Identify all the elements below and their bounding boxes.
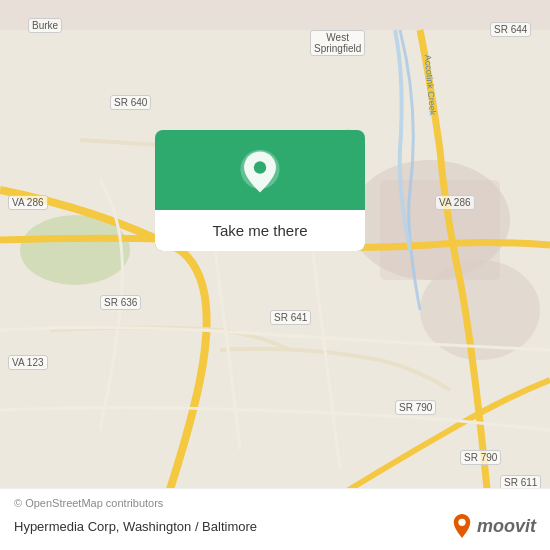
sr641-label: SR 641 xyxy=(270,310,311,325)
svg-point-7 xyxy=(458,519,465,526)
sr790-bottom-label: SR 790 xyxy=(395,400,436,415)
take-me-there-button[interactable]: Take me there xyxy=(155,210,365,251)
svg-point-6 xyxy=(254,161,266,173)
take-me-there-card[interactable]: Take me there xyxy=(155,130,365,251)
sr790-right-label: SR 790 xyxy=(460,450,501,465)
sr640-label: SR 640 xyxy=(110,95,151,110)
burke-label: Burke xyxy=(28,18,62,33)
moovit-logo: moovit xyxy=(451,512,536,540)
sr644-label: SR 644 xyxy=(490,22,531,37)
copyright-text: © OpenStreetMap contributors xyxy=(14,497,536,509)
moovit-text: moovit xyxy=(477,516,536,537)
location-info: Hypermedia Corp, Washington / Baltimore … xyxy=(14,512,536,540)
bottom-bar: © OpenStreetMap contributors Hypermedia … xyxy=(0,488,550,550)
va123-label: VA 123 xyxy=(8,355,48,370)
va286-right-label: VA 286 xyxy=(435,195,475,210)
location-text: Hypermedia Corp, Washington / Baltimore xyxy=(14,519,257,534)
west-springfield-label: WestSpringfield xyxy=(310,30,365,56)
va286-left-label: VA 286 xyxy=(8,195,48,210)
moovit-pin-icon xyxy=(451,512,473,540)
map-container: Burke WestSpringfield SR 640 SR 644 VA 2… xyxy=(0,0,550,550)
location-pin-icon xyxy=(236,148,284,196)
sr636-label: SR 636 xyxy=(100,295,141,310)
